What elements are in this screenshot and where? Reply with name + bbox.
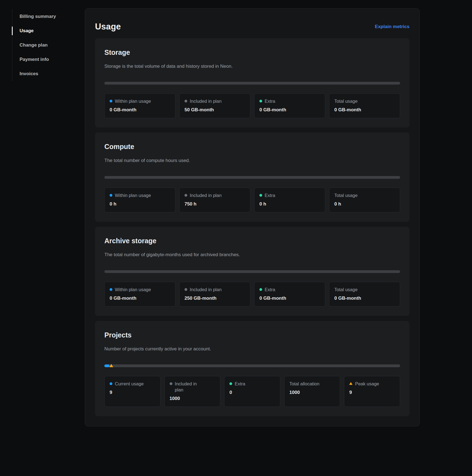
blue-dot-icon bbox=[110, 382, 112, 385]
gray-dot-icon bbox=[185, 288, 187, 291]
gray-dot-icon bbox=[170, 382, 172, 385]
billing-sidebar: Billing summaryUsageChange planPayment i… bbox=[12, 9, 78, 81]
stat-label-text: Total allocation bbox=[289, 381, 319, 387]
stats-row: Within plan usage0 GB-monthIncluded in p… bbox=[104, 282, 400, 307]
stat-label: Extra bbox=[259, 286, 320, 293]
stat-label: Within plan usage bbox=[110, 98, 170, 104]
stat-label: Included in plan bbox=[185, 192, 245, 198]
stat-value: 9 bbox=[349, 390, 395, 396]
stat-total-usage: Total usage0 GB-month bbox=[329, 282, 400, 307]
stat-label-text: Total usage bbox=[334, 286, 357, 293]
orange-triangle-icon bbox=[349, 382, 352, 385]
stat-value: 0 GB-month bbox=[110, 107, 170, 113]
section-title: Compute bbox=[104, 142, 400, 151]
stat-label-text: Included in plan bbox=[190, 286, 222, 293]
explain-metrics-link[interactable]: Explain metrics bbox=[375, 24, 409, 29]
stat-value: 0 GB-month bbox=[334, 295, 395, 301]
stat-label-text: Extra bbox=[235, 381, 245, 387]
stat-included-in-plan: Included in plan750 h bbox=[179, 188, 250, 212]
stat-within-plan-usage: Within plan usage0 GB-month bbox=[104, 282, 175, 307]
stat-value: 0 GB-month bbox=[259, 295, 320, 301]
gray-dot-icon bbox=[185, 194, 187, 197]
stat-included-in-plan: Included in plan1000 bbox=[164, 376, 221, 407]
blue-dot-icon bbox=[110, 288, 112, 291]
billing-nav-list: Billing summaryUsageChange planPayment i… bbox=[12, 9, 78, 81]
sidebar-item-payment-info[interactable]: Payment info bbox=[12, 52, 78, 67]
stat-label: Extra bbox=[259, 98, 320, 104]
stats-row: Within plan usage0 hIncluded in plan750 … bbox=[104, 188, 400, 212]
stat-label: Current usage bbox=[110, 381, 155, 387]
stat-value: 0 h bbox=[110, 201, 170, 207]
usage-card-archive-storage: Archive storageThe total number of gigab… bbox=[95, 227, 409, 316]
peak-usage-marker-icon bbox=[109, 364, 113, 367]
section-title: Projects bbox=[104, 331, 400, 339]
stat-label: Total usage bbox=[334, 286, 395, 293]
green-dot-icon bbox=[229, 382, 232, 385]
projects-progress-bar bbox=[104, 364, 400, 367]
stat-label: Total usage bbox=[334, 98, 395, 104]
sidebar-item-billing-summary[interactable]: Billing summary bbox=[12, 9, 78, 24]
stat-value: 0 h bbox=[259, 201, 320, 207]
stat-value: 250 GB-month bbox=[185, 295, 245, 301]
sidebar-item-invoices[interactable]: Invoices bbox=[12, 67, 78, 81]
stat-within-plan-usage: Within plan usage0 h bbox=[104, 188, 175, 212]
stat-label: Total allocation bbox=[289, 381, 335, 387]
stat-label: Included in plan bbox=[185, 286, 245, 293]
stat-value: 0 GB-month bbox=[110, 295, 170, 301]
compute-progress-bar bbox=[104, 176, 400, 179]
stat-total-usage: Total usage0 h bbox=[329, 188, 400, 212]
stat-value: 1000 bbox=[170, 396, 215, 402]
stat-label-text: Peak usage bbox=[355, 381, 379, 387]
stat-extra: Extra0 h bbox=[254, 188, 325, 212]
stat-current-usage: Current usage9 bbox=[104, 376, 161, 407]
green-dot-icon bbox=[259, 100, 262, 102]
stats-row: Within plan usage0 GB-monthIncluded in p… bbox=[104, 93, 400, 118]
stat-value: 0 h bbox=[334, 201, 395, 207]
stat-value: 0 bbox=[229, 390, 275, 396]
blue-dot-icon bbox=[110, 100, 112, 102]
stat-included-in-plan: Included in plan50 GB-month bbox=[179, 93, 250, 118]
usage-panel: Usage Explain metrics StorageStorage is … bbox=[85, 8, 420, 426]
usage-card-projects: ProjectsNumber of projects currently act… bbox=[95, 321, 409, 416]
sidebar-item-change-plan[interactable]: Change plan bbox=[12, 38, 78, 52]
stat-label-text: Total usage bbox=[334, 98, 357, 104]
usage-card-storage: StorageStorage is the total volume of da… bbox=[95, 38, 409, 128]
section-description: The total number of gigabyte-months used… bbox=[104, 251, 400, 258]
stat-label-text: Included in plan bbox=[190, 98, 222, 104]
stat-label: Included in plan bbox=[185, 98, 245, 104]
stat-extra: Extra0 GB-month bbox=[254, 93, 325, 118]
stat-label-text: Within plan usage bbox=[115, 98, 151, 104]
stat-label-text: Total usage bbox=[334, 192, 357, 198]
stat-value: 9 bbox=[110, 390, 155, 396]
sidebar-item-usage[interactable]: Usage bbox=[12, 24, 78, 38]
stat-label-text: Within plan usage bbox=[115, 286, 151, 293]
section-description: Number of projects currently active in y… bbox=[104, 346, 400, 352]
billing-page: Billing summaryUsageChange planPayment i… bbox=[0, 0, 472, 476]
stat-label: Extra bbox=[229, 381, 275, 387]
stat-extra: Extra0 bbox=[224, 376, 280, 407]
stat-label-text: Included in plan bbox=[175, 381, 205, 393]
section-description: The total number of compute hours used. bbox=[104, 157, 400, 164]
usage-sections-container: StorageStorage is the total volume of da… bbox=[95, 38, 409, 416]
stat-value: 1000 bbox=[289, 390, 335, 396]
stat-peak-usage: Peak usage9 bbox=[344, 376, 400, 407]
archive-storage-progress-bar bbox=[104, 270, 400, 273]
stat-label: Included in plan bbox=[170, 381, 215, 393]
stat-label-text: Included in plan bbox=[190, 192, 222, 198]
stat-label: Within plan usage bbox=[110, 192, 170, 198]
usage-panel-header: Usage Explain metrics bbox=[95, 22, 409, 32]
stat-total-usage: Total usage0 GB-month bbox=[329, 93, 400, 118]
green-dot-icon bbox=[259, 288, 262, 291]
stat-total-allocation: Total allocation1000 bbox=[284, 376, 340, 407]
stat-value: 50 GB-month bbox=[185, 107, 245, 113]
page-title: Usage bbox=[95, 22, 121, 32]
stats-row: Current usage9Included in plan1000Extra0… bbox=[104, 376, 400, 407]
usage-card-compute: ComputeThe total number of compute hours… bbox=[95, 132, 409, 222]
stat-value: 0 GB-month bbox=[334, 107, 395, 113]
progress-fill bbox=[104, 364, 110, 367]
stat-label-text: Extra bbox=[265, 286, 275, 293]
stat-included-in-plan: Included in plan250 GB-month bbox=[179, 282, 250, 307]
stat-label-text: Extra bbox=[265, 192, 275, 198]
green-dot-icon bbox=[259, 194, 262, 197]
stat-value: 0 GB-month bbox=[259, 107, 320, 113]
